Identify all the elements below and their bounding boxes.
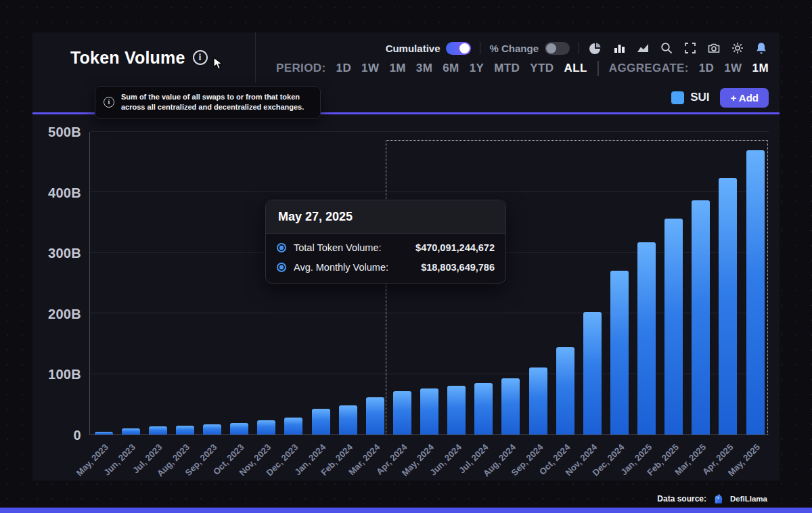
bar-jun-2024[interactable]: [447, 386, 466, 434]
bar-slot: [579, 132, 606, 434]
y-axis-labels: 0100B200B300B400B500B: [32, 132, 81, 435]
aggregate-option-1m[interactable]: 1M: [752, 62, 769, 75]
percent-change-toggle[interactable]: % Change: [489, 42, 570, 55]
series-color-swatch: [671, 91, 684, 104]
y-tick-label: 300B: [48, 246, 81, 261]
info-icon-small: i: [104, 97, 114, 108]
header-right: Cumulative % Change: [256, 32, 780, 83]
bar-aug-2024[interactable]: [501, 378, 520, 434]
period-option-6m[interactable]: 6M: [443, 62, 459, 75]
period-option-1y[interactable]: 1Y: [470, 62, 484, 75]
y-tick-label: 100B: [48, 367, 81, 382]
bar-slot: [606, 132, 633, 434]
aggregate-options: 1D1W1M: [699, 62, 769, 75]
divider: [597, 61, 599, 76]
bar-may-2023[interactable]: [95, 432, 113, 434]
tooltip-rows: Total Token Volume:$470,091,244,672Avg. …: [266, 234, 505, 283]
bar-slot: [742, 132, 769, 434]
bar-oct-2024[interactable]: [556, 347, 574, 434]
period-option-ytd[interactable]: YTD: [530, 62, 554, 75]
bar-slot: [715, 132, 742, 434]
tooltip-row-label: Total Token Volume:: [294, 242, 382, 253]
info-icon[interactable]: i: [193, 50, 208, 65]
bar-apr-2025[interactable]: [719, 178, 737, 434]
bar-apr-2024[interactable]: [393, 391, 411, 434]
page-title: Token Volume: [70, 48, 185, 68]
cumulative-toggle[interactable]: Cumulative: [386, 42, 472, 55]
bar-jul-2023[interactable]: [149, 426, 167, 434]
bar-dec-2024[interactable]: [610, 271, 629, 434]
search-icon[interactable]: [659, 41, 674, 55]
legend-item-sui[interactable]: SUI: [671, 91, 709, 104]
bar-sep-2024[interactable]: [529, 367, 547, 434]
pie-chart-icon[interactable]: [588, 41, 603, 55]
x-slot: May, 2025: [742, 438, 769, 478]
bar-slot: [687, 132, 715, 434]
legend-label: SUI: [690, 91, 709, 104]
bar-jun-2023[interactable]: [122, 428, 140, 434]
period-option-3m[interactable]: 3M: [416, 62, 432, 75]
bar-mar-2024[interactable]: [366, 397, 384, 434]
info-tooltip: i Sum of the value of all swaps to or fr…: [95, 86, 321, 119]
tooltip-row: Avg. Monthly Volume:$18,803,649,786: [277, 262, 495, 273]
add-token-button[interactable]: + Add: [720, 88, 769, 108]
bar-slot: [633, 132, 660, 434]
bar-slot: [199, 132, 226, 434]
cumulative-toggle-switch[interactable]: [446, 42, 471, 55]
defillama-brand: DefiLlama: [730, 495, 767, 503]
cumulative-toggle-label: Cumulative: [386, 43, 441, 54]
bar-chart-icon[interactable]: [612, 41, 627, 55]
x-axis-labels: May, 2023Jun, 2023Jul, 2023Aug, 2023Sep,…: [89, 438, 769, 478]
bar-sep-2023[interactable]: [203, 424, 221, 434]
percent-change-toggle-label: % Change: [489, 43, 539, 54]
camera-icon[interactable]: [706, 41, 721, 55]
aggregate-label: AGGREGATE:: [609, 62, 689, 75]
chart-panel: Token Volume i Cumulative % Change: [32, 32, 780, 481]
tooltip-row-label: Avg. Monthly Volume:: [294, 262, 388, 273]
period-option-mtd[interactable]: MTD: [494, 62, 520, 75]
notifications-bell-icon[interactable]: [754, 41, 769, 55]
bar-mar-2025[interactable]: [692, 200, 710, 434]
divider: [579, 42, 579, 54]
bar-slot: [660, 132, 687, 434]
defillama-logo-icon: [712, 492, 725, 505]
fullscreen-icon[interactable]: [683, 41, 698, 55]
bar-slot: [117, 132, 144, 434]
data-source-label: Data source:: [657, 494, 706, 504]
chart-area: [89, 132, 769, 435]
bar-jul-2024[interactable]: [474, 383, 493, 434]
bar-slot: [171, 132, 198, 434]
bar-may-2024[interactable]: [420, 388, 438, 434]
series-marker-icon: [277, 243, 286, 252]
info-tooltip-text: Sum of the value of all swaps to or from…: [121, 92, 312, 113]
tooltip-row-value: $470,091,244,672: [415, 242, 495, 253]
period-option-all[interactable]: ALL: [564, 62, 587, 75]
bar-slot: [90, 132, 117, 434]
aggregate-option-1d[interactable]: 1D: [699, 62, 715, 75]
bar-jan-2024[interactable]: [312, 409, 330, 434]
period-option-1w[interactable]: 1W: [361, 62, 379, 75]
bar-nov-2023[interactable]: [257, 420, 275, 434]
y-tick-label: 200B: [48, 306, 81, 321]
bar-may-2025[interactable]: [746, 150, 765, 434]
period-option-1d[interactable]: 1D: [336, 62, 352, 75]
settings-gear-icon[interactable]: [730, 41, 745, 55]
bar-feb-2025[interactable]: [664, 219, 683, 434]
aggregate-option-1w[interactable]: 1W: [724, 62, 742, 75]
bar-nov-2024[interactable]: [583, 312, 602, 434]
toggle-knob: [459, 43, 470, 53]
area-chart-icon[interactable]: [635, 41, 650, 55]
data-source: Data source: DefiLlama: [657, 492, 767, 505]
y-tick-label: 0: [74, 428, 81, 443]
chart-tooltip: May 27, 2025 Total Token Volume:$470,091…: [265, 200, 506, 284]
bar-oct-2023[interactable]: [230, 423, 248, 434]
divider: [480, 42, 480, 54]
bar-slot: [144, 132, 171, 434]
period-option-1m[interactable]: 1M: [389, 62, 405, 75]
y-tick-label: 400B: [48, 185, 81, 200]
bar-jan-2025[interactable]: [637, 242, 656, 434]
bar-dec-2023[interactable]: [284, 418, 302, 434]
bar-aug-2023[interactable]: [176, 426, 194, 434]
percent-change-toggle-switch[interactable]: [545, 42, 570, 55]
bar-feb-2024[interactable]: [339, 405, 357, 434]
